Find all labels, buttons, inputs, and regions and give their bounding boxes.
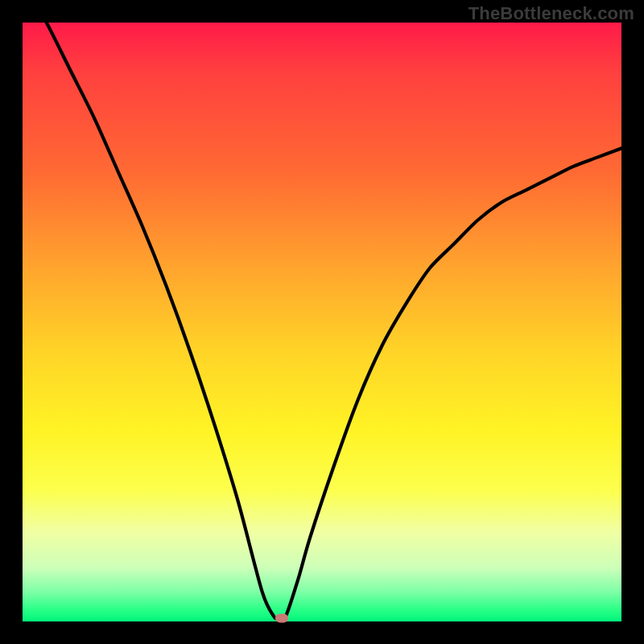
chart-frame: TheBottleneck.com <box>0 0 644 644</box>
bottleneck-curve-path <box>23 23 621 619</box>
plot-area <box>23 23 621 621</box>
watermark-label: TheBottleneck.com <box>469 3 634 24</box>
optimal-marker <box>275 614 288 623</box>
curve-svg <box>23 23 621 621</box>
